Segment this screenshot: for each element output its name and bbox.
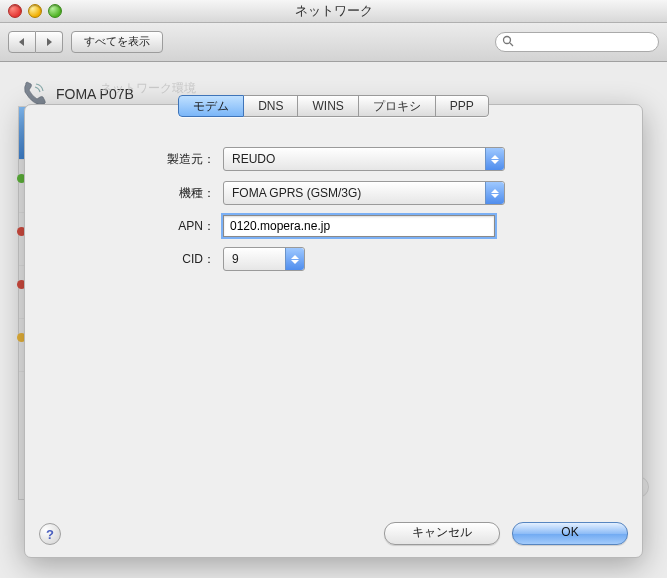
titlebar: ネットワーク [0,0,667,23]
cid-value: 9 [232,252,239,266]
tab-wins[interactable]: WINS [298,95,358,117]
svg-point-0 [504,36,511,43]
cid-label: CID： [35,251,223,268]
show-all-button[interactable]: すべてを表示 [71,31,163,53]
search-field[interactable] [495,32,659,52]
row-vendor: 製造元： REUDO [35,147,632,171]
window-title: ネットワーク [0,2,667,20]
triangle-right-icon [44,37,54,47]
form-area: 製造元： REUDO 機種： FOMA GPRS (GSM/3G) APN： [25,127,642,271]
sheet-footer: キャンセル OK [384,522,628,545]
settings-sheet: モデム DNS WINS プロキシ PPP 製造元： REUDO 機種： [24,104,643,558]
tabs-row: モデム DNS WINS プロキシ PPP [25,95,642,117]
tab-modem[interactable]: モデム [178,95,244,117]
popup-arrows-icon [485,148,504,170]
ok-button[interactable]: OK [512,522,628,545]
nav-buttons [8,31,63,53]
apn-label: APN： [35,218,223,235]
forward-button[interactable] [36,31,63,53]
cid-select[interactable]: 9 [223,247,305,271]
svg-line-1 [510,43,513,46]
model-label: 機種： [35,185,223,202]
tab-proxy[interactable]: プロキシ [359,95,436,117]
popup-arrows-icon [485,182,504,204]
row-cid: CID： 9 [35,247,632,271]
content-area: ネットワーク環境 Bluetooth DUN 未接続 Ethernet 未接続 … [0,62,667,578]
toolbar: すべてを表示 [0,23,667,62]
vendor-label: 製造元： [35,151,223,168]
tab-ppp[interactable]: PPP [436,95,489,117]
row-apn: APN： [35,215,632,237]
help-button[interactable]: ? [39,523,61,545]
tab-dns[interactable]: DNS [244,95,298,117]
search-icon [502,35,514,50]
vendor-value: REUDO [232,152,275,166]
sheet-footer-left: ? [39,523,61,545]
tab-segmented-control: モデム DNS WINS プロキシ PPP [178,95,489,117]
row-model: 機種： FOMA GPRS (GSM/3G) [35,181,632,205]
apn-input[interactable] [223,215,495,237]
triangle-left-icon [17,37,27,47]
popup-arrows-icon [285,248,304,270]
model-value: FOMA GPRS (GSM/3G) [232,186,361,200]
back-button[interactable] [8,31,36,53]
model-select[interactable]: FOMA GPRS (GSM/3G) [223,181,505,205]
vendor-select[interactable]: REUDO [223,147,505,171]
cancel-button[interactable]: キャンセル [384,522,500,545]
